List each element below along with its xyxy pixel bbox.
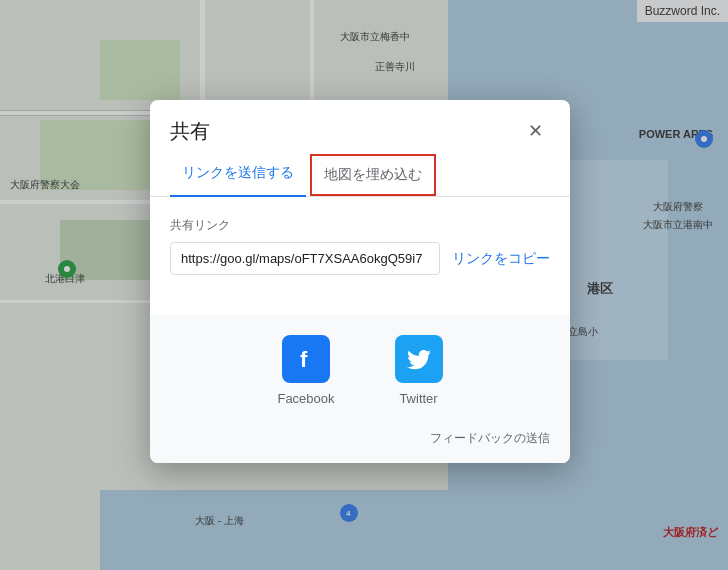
- link-row: リンクをコピー: [170, 242, 550, 275]
- share-dialog: 共有 ✕ リンクを送信する 地図を埋め込む 共有リンク リンクをコピー f Fa…: [150, 100, 570, 463]
- tab-send-link[interactable]: リンクを送信する: [170, 154, 306, 196]
- section-label-link: 共有リンク: [170, 217, 550, 234]
- close-button[interactable]: ✕: [520, 116, 550, 146]
- dialog-header: 共有 ✕: [150, 100, 570, 146]
- dialog-body: 共有リンク リンクをコピー: [150, 197, 570, 315]
- twitter-icon: [395, 335, 443, 383]
- twitter-label: Twitter: [399, 391, 437, 406]
- dialog-tabs: リンクを送信する 地図を埋め込む: [150, 154, 570, 197]
- facebook-label: Facebook: [277, 391, 334, 406]
- share-url-input[interactable]: [170, 242, 440, 275]
- copy-link-button[interactable]: リンクをコピー: [452, 250, 550, 268]
- twitter-share-button[interactable]: Twitter: [395, 335, 443, 406]
- facebook-share-button[interactable]: f Facebook: [277, 335, 334, 406]
- feedback-link[interactable]: フィードバックの送信: [430, 430, 550, 447]
- svg-text:f: f: [300, 347, 308, 372]
- facebook-icon: f: [282, 335, 330, 383]
- dialog-title: 共有: [170, 118, 210, 145]
- dialog-footer: フィードバックの送信: [150, 426, 570, 463]
- tab-embed-map[interactable]: 地図を埋め込む: [310, 154, 436, 196]
- social-section: f Facebook Twitter: [150, 315, 570, 426]
